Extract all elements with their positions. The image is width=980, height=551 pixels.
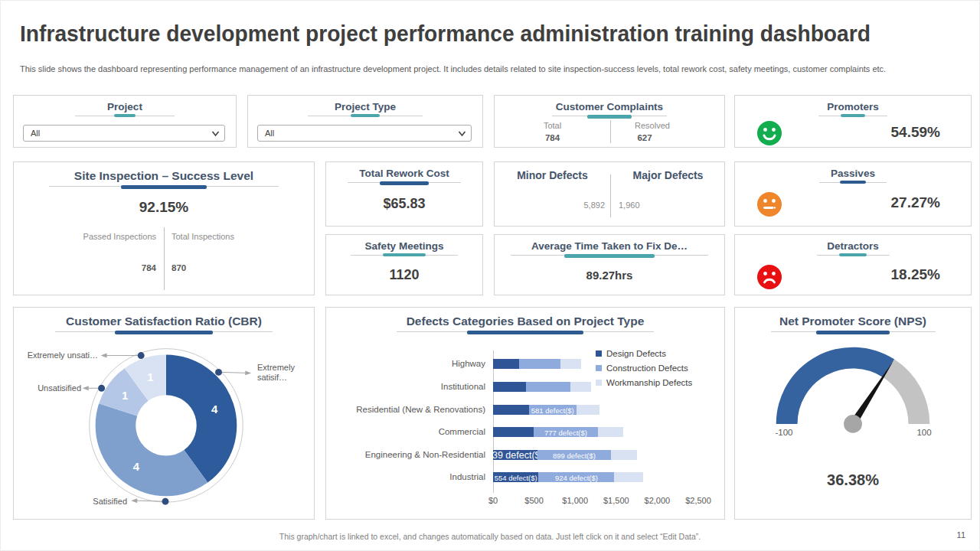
bar-data-label: 924 defect($) [555,473,598,481]
promoters-card: Promoters 54.59% [734,95,972,148]
bar-segment: 539 defect($) [493,450,537,460]
metric-label: Total Inspections [172,232,302,241]
metric-label: Total [495,121,610,130]
bar-data-label: 899 defect($) [553,451,596,459]
sad-face-icon [756,264,782,290]
legend-marker [596,365,602,371]
metric-value: 627 [610,133,679,142]
legend-item: Construction Defects [596,360,692,375]
happy-face-icon [756,120,782,146]
bar-segment: 924 defect($) [538,472,614,482]
legend-item: Design Defects [596,346,692,360]
chart-legend: Design DefectsConstruction DefectsWorkma… [596,346,692,390]
x-axis-tick: $2,000 [638,496,676,505]
x-axis-tick: $500 [515,496,554,505]
gauge-hub [844,415,862,433]
dashboard-slide: Infrastructure development project perfo… [0,0,980,551]
x-axis-tick: $1,000 [556,496,594,505]
card-title: Passives [735,168,971,179]
total-rework-cost-card: Total Rework Cost $65.83 [325,161,483,227]
card-title: Project [14,101,236,112]
project-type-filter-select[interactable]: All [257,125,472,142]
metric-value: 1,960 [619,201,718,210]
metric-value: 784 [495,133,610,142]
bar-chart-plot: HighwayInstitutionalResidential (New & R… [326,308,724,519]
bar-category-label: Industrial [332,472,485,482]
kpi-value: 89.27hrs [495,269,724,282]
bar-segment [570,382,591,392]
kpi-value: 27.27% [891,194,940,211]
pie-callout-label: Unsatisified [20,383,81,393]
bar-segment [614,472,642,482]
bar-segment [493,405,529,415]
bar-category-label: Commercial [332,427,485,437]
bar-segment [493,382,526,392]
kpi-value: 18.25% [891,266,940,283]
bar-data-label: 581 defect($) [531,406,574,414]
bar-category-label: Engineering & Non-Residential [332,450,485,460]
card-title: Detractors [735,240,971,252]
bar-segment [598,427,623,437]
bar-segment [526,382,570,392]
passives-card: Passives 27.27% [734,161,972,227]
kpi-value: 54.59% [891,124,940,141]
bar-segment: 899 defect($) [537,450,611,460]
page-subtitle: This slide shows the dashboard represent… [20,64,908,75]
pie-callout-label: Satisified [67,497,127,507]
cbr-chart-card: Customer Satisfaction Ratio (CBR) 4411 [13,307,315,520]
project-filter-card: Project All [13,95,237,148]
metric-value: 870 [172,263,302,272]
neutral-face-icon [756,191,782,217]
card-title: Customer Complaints [495,101,724,112]
legend-label: Design Defects [606,349,666,358]
bar-segment [560,359,581,369]
bar-segment [493,427,534,437]
bar-segment: 777 defect($) [534,427,597,437]
donut-chart: 4411 [14,308,314,519]
safety-meetings-card: Safety Meetings 1120 [325,234,483,295]
bar-segment [493,359,519,369]
pie-data-label: 4 [133,461,140,473]
bar-data-label: 554 defect($) [495,473,537,481]
metric-label: Passed Inspections [21,232,156,241]
x-axis-tick: $2,500 [679,496,717,505]
footer-note: This graph/chart is linked to excel, and… [1,532,979,541]
metric-label: Minor Defects [495,169,610,181]
chevron-down-icon [458,129,466,138]
project-filter-select[interactable]: All [23,125,225,142]
x-axis-tick: $0 [474,496,512,505]
pie-data-label: 1 [122,390,128,402]
selected-value: All [265,129,274,138]
x-axis-tick: $1,500 [597,496,635,505]
page-number: 11 [957,530,965,540]
bar-category-label: Highway [332,359,485,369]
bar-segment [611,450,637,460]
metric-label: Major Defects [610,169,726,181]
legend-marker [596,380,602,386]
card-title: Average Time Taken to Fix De… [495,240,724,252]
gauge-track-arc [883,360,929,424]
legend-item: Workmanship Defects [596,375,692,390]
bar-segment [519,359,560,369]
gauge-min-label: -100 [766,428,802,437]
bar-category-label: Institutional [332,382,485,392]
project-type-filter-card: Project Type All [247,95,483,148]
pie-callout-label: Extremely satisif… [257,363,312,383]
pie-callout-label: Extremely unsati… [26,350,98,360]
gauge-max-label: 100 [906,428,942,437]
detractors-card: Detractors 18.25% [734,234,972,295]
defects-bar-chart-card: Defects Categories Based on Project Type… [325,307,725,520]
legend-label: Construction Defects [606,364,688,373]
site-inspection-card: Site Inspection – Success Level 92.15% P… [13,161,315,295]
bar-data-label: 539 defect($) [487,450,544,461]
pie-data-label: 4 [211,403,218,416]
gauge-value: 36.38% [735,471,971,489]
bar-segment [577,405,599,415]
nps-gauge-card: Net Promoter Score (NPS) -100 100 36.38% [734,307,972,520]
kpi-value: 1120 [326,267,482,283]
legend-label: Workmanship Defects [606,378,692,387]
avg-fix-time-card: Average Time Taken to Fix De… 89.27hrs [494,234,725,295]
selected-value: All [31,129,40,138]
card-title: Safety Meetings [326,240,482,252]
metric-value: 5,892 [495,201,605,210]
